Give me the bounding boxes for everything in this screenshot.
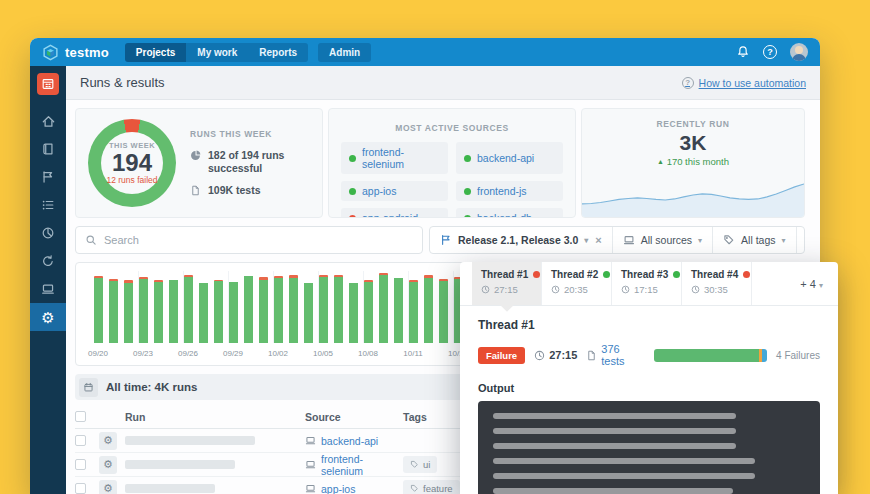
brand[interactable]: testmo — [42, 44, 109, 61]
monitor-icon — [41, 282, 55, 296]
chevron-down-icon: ▾ — [698, 236, 702, 245]
user-avatar[interactable] — [790, 43, 808, 61]
row-checkbox[interactable] — [75, 435, 86, 446]
row-gear-button[interactable]: ⚙ — [99, 432, 117, 450]
clock-icon — [621, 285, 630, 294]
filter-button[interactable]: 2 Filter ▾ × — [797, 227, 805, 253]
donut-failed-text: 12 runs failed — [106, 175, 157, 185]
sidebar-item-reports[interactable] — [30, 219, 66, 247]
pie-chart-icon — [190, 150, 201, 161]
nav-item-projects[interactable]: Projects — [125, 43, 186, 62]
recent-run-delta: ▲ 170 this month — [582, 156, 804, 167]
thread-tests-link[interactable]: 376 tests — [586, 343, 641, 367]
gear-icon: ⚙ — [41, 310, 54, 325]
source-link[interactable]: backend-api — [305, 435, 403, 447]
tab-thread-2[interactable]: Thread #2 20:35 — [542, 262, 612, 305]
source-pill[interactable]: backend-api — [456, 142, 563, 174]
desktop-background: testmo Projects My work Reports Admin ? — [0, 0, 870, 494]
status-dot — [349, 215, 356, 219]
monitor-icon — [305, 483, 316, 494]
tab-thread-3[interactable]: Thread #3 17:15 — [612, 262, 682, 305]
source-pill[interactable]: app-ios — [341, 181, 448, 201]
row-checkbox[interactable] — [75, 459, 86, 470]
failure-badge: Failure — [478, 347, 525, 364]
tab-thread-1[interactable]: Thread #1 27:15 — [472, 262, 542, 305]
row-gear-button[interactable]: ⚙ — [99, 456, 117, 474]
card-runs-this-week: THIS WEEK 194 12 runs failed RUNS THIS W… — [75, 108, 323, 218]
stat-tests: 109K tests — [190, 184, 304, 197]
card-heading: MOST ACTIVE SOURCES — [341, 123, 563, 133]
sidebar-item-sessions[interactable] — [30, 275, 66, 303]
select-all-checkbox[interactable] — [75, 411, 86, 422]
help-icon[interactable]: ? — [763, 45, 777, 59]
refresh-icon — [41, 254, 55, 268]
sidebar-item-project[interactable] — [37, 73, 59, 95]
nav-item-reports[interactable]: Reports — [248, 43, 308, 62]
chevron-down-icon: ▾ — [584, 236, 588, 245]
brand-name: testmo — [65, 45, 109, 60]
status-dot — [349, 188, 356, 195]
tag-pill[interactable]: ui — [403, 456, 437, 473]
status-dot — [349, 155, 356, 162]
run-name-placeholder — [125, 460, 235, 469]
sidebar-item-home[interactable] — [30, 107, 66, 135]
status-dot — [743, 271, 750, 278]
status-dot — [464, 215, 471, 219]
all-time-label: All time: 4K runs — [106, 381, 197, 393]
notifications-bell-icon[interactable] — [736, 45, 750, 59]
search-input-wrapper — [75, 226, 423, 254]
tags-filter[interactable]: All tags ▾ — [713, 227, 796, 253]
tag-pill[interactable]: feature — [403, 480, 460, 494]
stat-successful-runs: 182 of 194 runs successful — [190, 149, 304, 175]
thread-duration: 27:15 — [534, 349, 577, 361]
monitor-icon — [623, 234, 635, 246]
home-icon — [41, 114, 56, 129]
sidebar-item-docs[interactable] — [30, 135, 66, 163]
nav-item-admin[interactable]: Admin — [318, 43, 371, 62]
flag-icon — [41, 170, 55, 184]
row-checkbox[interactable] — [75, 483, 86, 494]
tag-icon — [410, 484, 419, 493]
close-icon[interactable]: × — [595, 234, 601, 246]
clock-icon — [691, 285, 700, 294]
search-input[interactable] — [104, 234, 413, 246]
status-dot — [603, 271, 610, 278]
top-navbar: testmo Projects My work Reports Admin ? — [30, 38, 820, 66]
sources-filter[interactable]: All sources ▾ — [613, 227, 713, 253]
document-icon — [190, 185, 201, 196]
clock-icon — [481, 285, 490, 294]
tab-thread-4[interactable]: Thread #4 30:35 — [682, 262, 752, 305]
row-gear-button[interactable]: ⚙ — [99, 480, 117, 494]
sidebar: ⚙ — [30, 66, 66, 494]
status-dot — [533, 271, 540, 278]
donut-value: 194 — [112, 150, 152, 175]
sidebar-item-automation[interactable] — [30, 247, 66, 275]
navbar-actions: ? — [736, 43, 808, 61]
source-pill[interactable]: frontend-js — [456, 181, 563, 201]
more-threads-button[interactable]: + 4 ▾ — [785, 278, 838, 290]
calendar-icon[interactable] — [79, 378, 98, 397]
page-title: Runs & results — [80, 75, 165, 90]
recent-run-value: 3K — [582, 131, 804, 155]
output-console[interactable] — [478, 401, 820, 494]
source-pill[interactable]: backend-db — [456, 208, 563, 218]
thread-results-progress-bar — [654, 349, 767, 362]
source-link[interactable]: frontend-selenium — [305, 453, 403, 477]
recent-run-sparkline — [582, 169, 804, 218]
book-icon — [41, 142, 55, 156]
sidebar-item-milestones[interactable] — [30, 163, 66, 191]
chevron-down-icon: ▾ — [782, 236, 786, 245]
nav-item-my-work[interactable]: My work — [186, 43, 248, 62]
weekly-donut-chart: THIS WEEK 194 12 runs failed — [88, 119, 176, 207]
release-filter[interactable]: Release 2.1, Release 3.0 ▾ × — [430, 227, 613, 253]
clock-icon — [534, 350, 545, 361]
source-pill[interactable]: frontend-selenium — [341, 142, 448, 174]
how-to-use-automation-link[interactable]: ? How to use automation — [682, 77, 806, 89]
testmo-logo-icon — [42, 44, 59, 61]
source-link[interactable]: app-ios — [305, 483, 403, 494]
source-pill[interactable]: app-android — [341, 208, 448, 218]
main-nav: Projects My work Reports — [125, 43, 308, 62]
sidebar-item-cases[interactable] — [30, 191, 66, 219]
list-icon — [41, 198, 55, 212]
sidebar-item-admin[interactable]: ⚙ — [30, 303, 66, 331]
